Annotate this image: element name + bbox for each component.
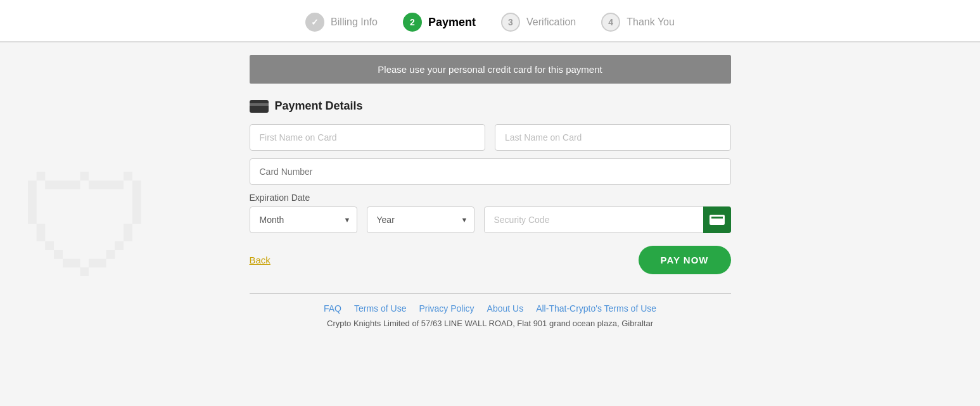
shield-icon: 🛡 [19, 148, 158, 308]
main-content: Please use your personal credit card for… [237, 42, 744, 353]
footer-divider [250, 293, 731, 294]
footer-link-terms[interactable]: Terms of Use [354, 303, 406, 314]
actions-row: Back PAY NOW [250, 246, 731, 274]
step-billing: ✓ Billing Info [305, 13, 378, 32]
step-verification: 3 Verification [501, 13, 576, 32]
year-select[interactable]: Year 2024 2025 2026 2027 2028 2029 2030 [367, 206, 474, 233]
step-payment-label: Payment [428, 16, 476, 29]
step-thankyou-circle: 4 [601, 13, 620, 32]
progress-bar: ✓ Billing Info 2 Payment 3 Verification … [0, 0, 980, 42]
expiration-label: Expiration Date [250, 193, 731, 203]
last-name-field [495, 124, 731, 151]
card-number-input[interactable] [250, 158, 731, 185]
footer-link-faq[interactable]: FAQ [324, 303, 341, 314]
payment-details-title: Payment Details [250, 99, 731, 113]
back-button[interactable]: Back [250, 255, 270, 265]
pay-now-button[interactable]: PAY NOW [639, 246, 731, 274]
notice-text: Please use your personal credit card for… [378, 64, 602, 75]
footer-links: FAQ Terms of Use Privacy Policy About Us… [250, 303, 731, 314]
year-select-wrapper: Year 2024 2025 2026 2027 2028 2029 2030 [367, 206, 474, 233]
card-number-field [250, 158, 731, 185]
first-name-field [250, 124, 486, 151]
expiration-row: Month 01 02 03 04 05 06 07 08 09 10 11 1… [250, 206, 731, 233]
notice-banner: Please use your personal credit card for… [250, 55, 731, 84]
footer-link-about[interactable]: About Us [487, 303, 524, 314]
month-select[interactable]: Month 01 02 03 04 05 06 07 08 09 10 11 1… [250, 206, 357, 233]
step-thankyou: 4 Thank You [601, 13, 675, 32]
last-name-input[interactable] [495, 124, 731, 151]
footer-address: Crypto Knights Limited of 57/63 LINE WAL… [250, 319, 731, 328]
credit-card-icon [250, 100, 269, 113]
cvv-card-icon [710, 215, 725, 225]
step-thankyou-label: Thank You [627, 16, 675, 28]
footer: FAQ Terms of Use Privacy Policy About Us… [250, 303, 731, 341]
step-payment-circle: 2 [403, 13, 422, 32]
step-billing-label: Billing Info [331, 16, 378, 28]
footer-link-privacy[interactable]: Privacy Policy [419, 303, 474, 314]
payment-details-label: Payment Details [275, 99, 363, 113]
security-code-input[interactable] [484, 206, 731, 233]
step-payment: 2 Payment [403, 13, 476, 32]
step-billing-circle: ✓ [305, 13, 324, 32]
month-select-wrapper: Month 01 02 03 04 05 06 07 08 09 10 11 1… [250, 206, 357, 233]
footer-link-crypto-terms[interactable]: All-That-Crypto's Terms of Use [536, 303, 656, 314]
name-row [250, 124, 731, 151]
cvv-icon [703, 206, 731, 233]
security-code-wrapper [484, 206, 731, 233]
expiration-section: Expiration Date Month 01 02 03 04 05 06 … [250, 193, 731, 233]
first-name-input[interactable] [250, 124, 486, 151]
step-verification-label: Verification [526, 16, 576, 28]
payment-details-section: Payment Details Expiration Date Month [250, 99, 731, 274]
step-verification-circle: 3 [501, 13, 520, 32]
